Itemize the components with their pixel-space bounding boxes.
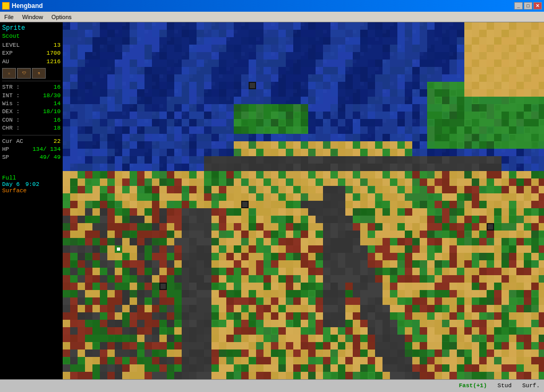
str-row: STR : 16 [2,83,61,91]
titlebar: Hengband _ □ ✕ [0,0,544,12]
avatar-3: ⚗ [32,68,46,79]
speed-status: Fast(+1) [459,382,487,389]
spacer-1 [2,162,61,166]
status-text: Full [2,175,61,181]
ac-row: Cur AC 22 [2,138,61,146]
exp-value: 1700 [47,49,61,57]
menu-options[interactable]: Options [47,13,76,21]
level-row: LEVEL 13 [2,41,61,49]
location-text: Surface [2,188,61,194]
titlebar-buttons: _ □ ✕ [514,2,542,10]
level-label: LEVEL [2,41,20,49]
wis-row: Wis : 14 [2,100,61,108]
con-value: 16 [54,116,61,124]
main-area: Sprite Scout LEVEL 13 EXP 1700 AU 1216 ⚔… [0,22,544,391]
chr-label: CHR : [2,124,20,132]
exp-label: EXP [2,49,13,57]
divider-2 [2,135,61,135]
menu-file[interactable]: File [0,13,18,21]
stud-status: Stud [498,382,512,389]
dex-label: DEX : [2,108,20,116]
menu-window[interactable]: Window [18,13,47,21]
dex-row: DEX : 18/10 [2,108,61,116]
ac-label: Cur AC [2,138,23,146]
chr-row: CHR : 18 [2,124,61,132]
titlebar-left: Hengband [2,2,43,10]
hp-row: HP 134/ 134 [2,146,61,154]
avatar-1: ⚔ [2,68,16,79]
avatar-2: 🛡 [17,68,31,79]
con-row: CON : 16 [2,116,61,124]
map-container[interactable] [63,22,544,379]
divider-1 [2,81,61,81]
wis-label: Wis : [2,100,20,108]
str-label: STR : [2,83,20,91]
statusbar: Fast(+1) Stud Surf. [0,379,544,391]
con-label: CON : [2,116,20,124]
avatar-row: ⚔ 🛡 ⚗ [2,68,61,79]
level-value: 13 [54,41,61,49]
char-name: Sprite [2,24,61,32]
sp-row: SP 49/ 49 [2,154,61,161]
close-button[interactable]: ✕ [533,2,542,10]
exp-row: EXP 1700 [2,49,61,57]
sp-label: SP [2,154,9,161]
au-value: 1216 [47,58,61,66]
int-label: INT : [2,92,20,100]
window-title: Hengband [12,2,43,10]
au-label: AU [2,58,9,66]
day-time: Day 6 9:02 [2,181,61,188]
int-row: INT : 18/30 [2,92,61,100]
menubar: File Window Options [0,12,544,22]
app-icon [2,2,10,10]
hp-value: 134/ 134 [32,146,61,154]
sp-value: 49/ 49 [39,154,61,161]
dex-value: 18/10 [43,108,61,116]
minimize-button[interactable]: _ [514,2,523,10]
game-area: Sprite Scout LEVEL 13 EXP 1700 AU 1216 ⚔… [0,22,544,379]
int-value: 18/30 [43,92,61,100]
game-map[interactable] [63,22,544,379]
time-value: 9:02 [26,181,39,188]
spacer-2 [2,166,61,171]
hp-label: HP [2,146,9,154]
spacer-3 [2,171,61,175]
str-value: 16 [54,83,61,91]
wis-value: 14 [54,100,61,108]
maximize-button[interactable]: □ [524,2,532,10]
day-label: Day 6 [2,181,20,188]
sidebar: Sprite Scout LEVEL 13 EXP 1700 AU 1216 ⚔… [0,22,63,379]
au-row: AU 1216 [2,58,61,66]
surf-status: Surf. [522,382,540,389]
chr-value: 18 [54,124,61,132]
ac-value: 22 [54,138,61,146]
char-class: Scout [2,33,61,39]
